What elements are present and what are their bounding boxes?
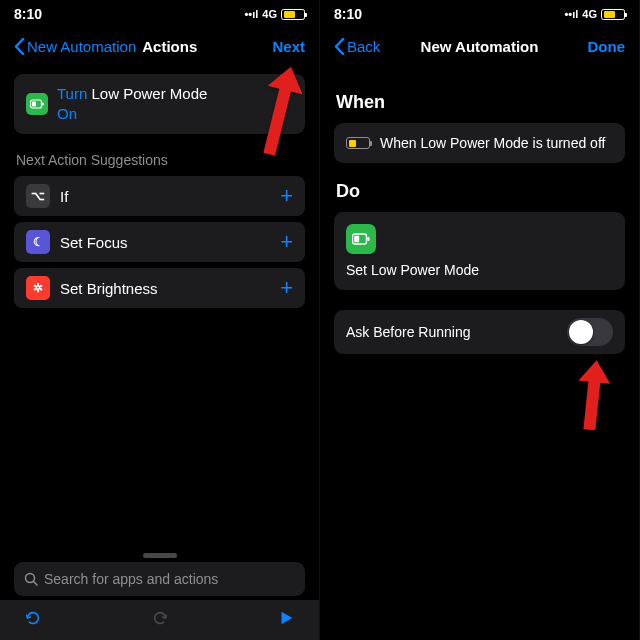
add-icon[interactable]: +: [280, 275, 293, 301]
back-button[interactable]: Back: [334, 38, 380, 55]
when-condition-card[interactable]: When Low Power Mode is turned off: [334, 123, 625, 163]
done-button[interactable]: Done: [588, 38, 626, 55]
do-text: Set Low Power Mode: [346, 262, 479, 278]
screen-summary: 8:10 ••ıl 4G Back New Automation Done Wh…: [320, 0, 640, 640]
do-heading: Do: [336, 181, 623, 202]
status-time: 8:10: [14, 6, 42, 22]
nav-bar: Back New Automation Done: [320, 28, 639, 64]
chevron-left-icon: [334, 38, 345, 55]
svg-rect-6: [367, 237, 369, 241]
when-heading: When: [336, 92, 623, 113]
add-icon[interactable]: +: [280, 183, 293, 209]
search-input[interactable]: Search for apps and actions: [14, 562, 305, 596]
svg-rect-7: [354, 236, 359, 242]
chevron-left-icon: [14, 38, 25, 55]
brightness-icon: ✲: [26, 276, 50, 300]
next-button[interactable]: Next: [272, 38, 305, 55]
status-time: 8:10: [334, 6, 362, 22]
ask-before-running-row: Ask Before Running: [334, 310, 625, 354]
nav-title: Actions: [142, 38, 197, 55]
bottom-toolbar: [0, 600, 319, 640]
suggestion-set-focus[interactable]: ☾ Set Focus +: [14, 222, 305, 262]
when-text: When Low Power Mode is turned off: [380, 135, 605, 151]
svg-line-4: [34, 582, 38, 586]
status-bar: 8:10 ••ıl 4G: [320, 0, 639, 28]
do-action-card[interactable]: Set Low Power Mode: [334, 212, 625, 290]
add-icon[interactable]: +: [280, 229, 293, 255]
suggestion-if[interactable]: ⌥ If +: [14, 176, 305, 216]
network-label: 4G: [262, 8, 277, 20]
undo-button[interactable]: [24, 609, 42, 631]
suggestion-label: Set Brightness: [60, 280, 270, 297]
suggestions-label: Next Action Suggestions: [16, 152, 303, 168]
action-text: Turn Low Power Mode On: [57, 84, 207, 124]
svg-rect-2: [32, 102, 36, 107]
search-placeholder: Search for apps and actions: [44, 571, 218, 587]
battery-icon: [601, 9, 625, 20]
ask-before-running-toggle[interactable]: [567, 318, 613, 346]
low-power-mode-icon: [346, 137, 370, 149]
run-button[interactable]: [277, 609, 295, 631]
screen-actions: 8:10 ••ıl 4G New Automation Actions Next…: [0, 0, 320, 640]
suggestion-label: If: [60, 188, 270, 205]
focus-icon: ☾: [26, 230, 50, 254]
action-card[interactable]: Turn Low Power Mode On: [14, 74, 305, 134]
signal-icon: ••ıl: [564, 8, 578, 20]
redo-button[interactable]: [151, 609, 169, 631]
signal-icon: ••ıl: [244, 8, 258, 20]
network-label: 4G: [582, 8, 597, 20]
toggle-label: Ask Before Running: [346, 324, 567, 340]
sheet-grabber[interactable]: [143, 553, 177, 558]
back-button[interactable]: New Automation: [14, 38, 136, 55]
search-icon: [24, 572, 38, 586]
nav-bar: New Automation Actions Next: [0, 28, 319, 64]
annotation-arrow: [575, 360, 611, 434]
low-power-mode-icon: [346, 224, 376, 254]
suggestion-label: Set Focus: [60, 234, 270, 251]
status-bar: 8:10 ••ıl 4G: [0, 0, 319, 28]
if-icon: ⌥: [26, 184, 50, 208]
low-power-mode-icon: [26, 93, 48, 115]
suggestion-set-brightness[interactable]: ✲ Set Brightness +: [14, 268, 305, 308]
battery-icon: [281, 9, 305, 20]
svg-rect-1: [42, 103, 44, 106]
